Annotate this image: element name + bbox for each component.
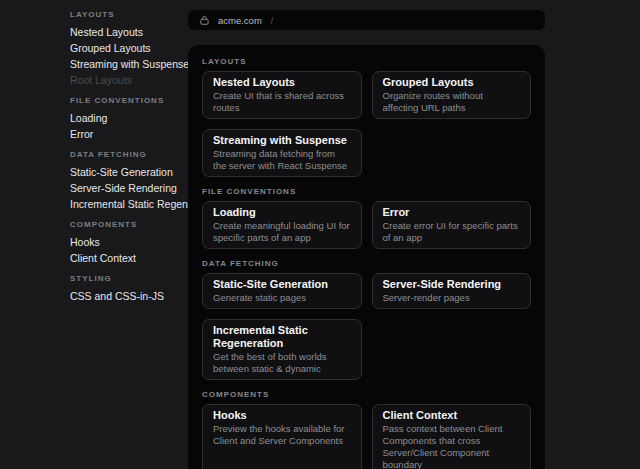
card-description: Streaming data fetching from the server … xyxy=(213,148,351,172)
sidebar-section-data-fetching: Data Fetching Static-Site Generation Ser… xyxy=(70,150,180,212)
card-title: Loading xyxy=(213,206,351,219)
card-grid: Loading Create meaningful loading UI for… xyxy=(202,201,531,249)
sidebar-item-error[interactable]: Error xyxy=(70,126,180,142)
sidebar-item-hooks[interactable]: Hooks xyxy=(70,234,180,250)
card-description: Preview the hooks available for Client a… xyxy=(213,423,351,447)
app-root: Layouts Nested Layouts Grouped Layouts S… xyxy=(0,0,640,469)
sidebar-item-root-layouts: Root Layouts xyxy=(70,72,180,88)
card-incremental-static-regeneration[interactable]: Incremental Static Regeneration Get the … xyxy=(202,319,362,380)
sidebar-item-nested-layouts[interactable]: Nested Layouts xyxy=(70,24,180,40)
card-streaming-with-suspense[interactable]: Streaming with Suspense Streaming data f… xyxy=(202,129,362,177)
sidebar-item-server-side-rendering[interactable]: Server-Side Rendering xyxy=(70,180,180,196)
card-title: Grouped Layouts xyxy=(383,76,521,89)
section-components: Components Hooks Preview the hooks avail… xyxy=(202,390,531,469)
content-panel: Layouts Nested Layouts Create UI that is… xyxy=(188,45,545,469)
sidebar-item-incremental-static-regeneration[interactable]: Incremental Static Regeneration xyxy=(70,196,180,212)
section-title: Layouts xyxy=(202,57,531,67)
card-client-context[interactable]: Client Context Pass context between Clie… xyxy=(372,404,532,469)
card-loading[interactable]: Loading Create meaningful loading UI for… xyxy=(202,201,362,249)
section-title: Components xyxy=(202,390,531,400)
sidebar-item-streaming-with-suspense[interactable]: Streaming with Suspense xyxy=(70,56,180,72)
card-grid: Static-Site Generation Generate static p… xyxy=(202,273,531,380)
card-title: Hooks xyxy=(213,409,351,422)
section-title: Data Fetching xyxy=(202,259,531,269)
sidebar-section-title: Layouts xyxy=(70,10,180,20)
card-grid: Hooks Preview the hooks available for Cl… xyxy=(202,404,531,469)
section-title: File Conventions xyxy=(202,187,531,197)
sidebar-section-title: File Conventions xyxy=(70,96,180,106)
card-title: Streaming with Suspense xyxy=(213,134,351,147)
browser-frame: acme.com / Layouts Nested Layouts Create… xyxy=(188,0,545,469)
sidebar-section-layouts: Layouts Nested Layouts Grouped Layouts S… xyxy=(70,10,180,88)
card-description: Create meaningful loading UI for specifi… xyxy=(213,220,351,244)
card-hooks[interactable]: Hooks Preview the hooks available for Cl… xyxy=(202,404,362,469)
card-grid: Nested Layouts Create UI that is shared … xyxy=(202,71,531,177)
card-title: Client Context xyxy=(383,409,521,422)
card-description: Create error UI for specific parts of an… xyxy=(383,220,521,244)
sidebar-item-loading[interactable]: Loading xyxy=(70,110,180,126)
sidebar-section-title: Data Fetching xyxy=(70,150,180,160)
card-title: Nested Layouts xyxy=(213,76,351,89)
sidebar-section-components: Components Hooks Client Context xyxy=(70,220,180,266)
sidebar-item-client-context[interactable]: Client Context xyxy=(70,250,180,266)
sidebar-item-grouped-layouts[interactable]: Grouped Layouts xyxy=(70,40,180,56)
sidebar-section-title: Components xyxy=(70,220,180,230)
card-server-side-rendering[interactable]: Server-Side Rendering Server-render page… xyxy=(372,273,532,309)
card-error[interactable]: Error Create error UI for specific parts… xyxy=(372,201,532,249)
address-path: / xyxy=(271,15,274,26)
card-description: Generate static pages xyxy=(213,292,351,304)
address-domain: acme.com xyxy=(218,15,262,26)
card-description: Server-render pages xyxy=(383,292,521,304)
lock-icon xyxy=(200,15,209,25)
card-description: Pass context between Client Components t… xyxy=(383,423,521,469)
card-description: Organize routes without affecting URL pa… xyxy=(383,90,521,114)
card-nested-layouts[interactable]: Nested Layouts Create UI that is shared … xyxy=(202,71,362,119)
section-data-fetching: Data Fetching Static-Site Generation Gen… xyxy=(202,259,531,380)
sidebar: Layouts Nested Layouts Grouped Layouts S… xyxy=(0,0,188,304)
address-bar[interactable]: acme.com / xyxy=(188,10,545,30)
sidebar-item-static-site-generation[interactable]: Static-Site Generation xyxy=(70,164,180,180)
sidebar-section-styling: Styling CSS and CSS-in-JS xyxy=(70,274,180,304)
card-grouped-layouts[interactable]: Grouped Layouts Organize routes without … xyxy=(372,71,532,119)
card-title: Static-Site Generation xyxy=(213,278,351,291)
section-layouts: Layouts Nested Layouts Create UI that is… xyxy=(202,57,531,177)
card-title: Incremental Static Regeneration xyxy=(213,324,351,350)
section-file-conventions: File Conventions Loading Create meaningf… xyxy=(202,187,531,249)
card-static-site-generation[interactable]: Static-Site Generation Generate static p… xyxy=(202,273,362,309)
card-description: Create UI that is shared across routes xyxy=(213,90,351,114)
card-description: Get the best of both worlds between stat… xyxy=(213,351,351,375)
sidebar-item-css-and-css-in-js[interactable]: CSS and CSS-in-JS xyxy=(70,288,180,304)
card-title: Error xyxy=(383,206,521,219)
sidebar-section-title: Styling xyxy=(70,274,180,284)
card-title: Server-Side Rendering xyxy=(383,278,521,291)
sidebar-section-file-conventions: File Conventions Loading Error xyxy=(70,96,180,142)
